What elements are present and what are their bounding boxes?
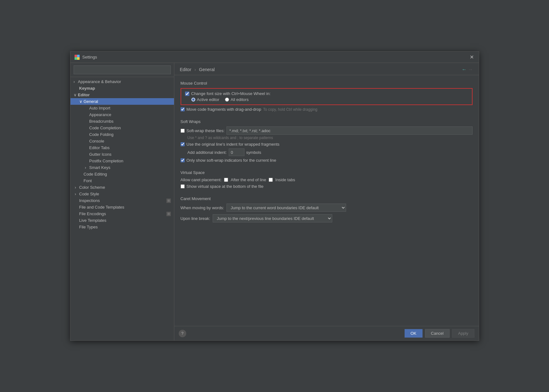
help-icon-label: ? <box>181 331 183 336</box>
sidebar-item-keymap[interactable]: Keymap <box>70 85 174 92</box>
arrow-icon <box>75 205 79 210</box>
arrow-icon <box>75 198 79 203</box>
sidebar-item-label: Postfix Completion <box>89 159 171 163</box>
add-indent-input[interactable] <box>229 148 244 156</box>
sidebar-item-color-scheme[interactable]: › Color Scheme <box>70 184 174 191</box>
sidebar-item-font[interactable]: Font <box>70 177 174 184</box>
cancel-button[interactable]: Cancel <box>425 329 450 338</box>
inside-tabs-label: Inside tabs <box>275 177 295 182</box>
arrow-icon <box>85 119 89 124</box>
arrow-icon <box>75 86 79 91</box>
moving-words-select[interactable]: Jump to the current word boundaries IDE … <box>227 204 346 212</box>
sidebar-item-label: Live Templates <box>79 218 171 223</box>
sidebar-item-gutter-icons[interactable]: Gutter Icons <box>70 151 174 158</box>
sidebar-item-label: Color Scheme <box>79 185 171 190</box>
sidebar-item-editor[interactable]: ∨ Editor <box>70 92 174 98</box>
drag-drop-row: Move code fragments with drag-and-drop T… <box>181 107 473 112</box>
virtual-space-title: Virtual Space <box>181 170 473 175</box>
sidebar-item-appearance-behavior[interactable]: › Appearance & Behavior <box>70 78 174 85</box>
only-show-checkbox[interactable] <box>181 158 185 162</box>
radio-all-input[interactable] <box>225 98 229 102</box>
use-original-indent-row: Use the original line's indent for wrapp… <box>181 142 473 147</box>
sidebar-item-label: General <box>84 99 171 104</box>
close-button[interactable]: ✕ <box>469 54 475 60</box>
drag-drop-checkbox[interactable] <box>181 107 185 111</box>
breadcrumb-parent: Editor <box>180 67 192 72</box>
sidebar-item-label: Appearance & Behavior <box>78 79 171 84</box>
sidebar-item-editor-tabs[interactable]: Editor Tabs <box>70 144 174 151</box>
settings-dialog: Settings ✕ › Appearance & Behavior Keyma… <box>70 51 479 341</box>
sidebar-item-file-code-templates[interactable]: File and Code Templates <box>70 204 174 210</box>
soft-wrap-files-checkbox[interactable] <box>181 129 185 133</box>
forward-button[interactable]: → <box>468 67 473 72</box>
soft-wrap-files-input[interactable] <box>227 126 473 135</box>
radio-active-input[interactable] <box>191 98 195 102</box>
back-button[interactable]: ← <box>462 67 467 72</box>
sidebar-item-console[interactable]: Console <box>70 138 174 144</box>
sidebar-item-label: Inspections <box>79 198 165 203</box>
sidebar-item-smart-keys[interactable]: › Smart Keys <box>70 164 174 171</box>
arrow-icon: › <box>75 192 79 196</box>
sidebar-item-label: Editor <box>78 92 171 97</box>
settings-body: Mouse Control Change font size with Ctrl… <box>174 75 479 326</box>
show-virtual-checkbox[interactable] <box>181 184 185 188</box>
arrow-icon <box>85 126 89 130</box>
arrow-icon <box>85 106 89 110</box>
sidebar-item-label: File Encodings <box>79 211 165 216</box>
sidebar-item-live-templates[interactable]: Live Templates <box>70 217 174 224</box>
ok-button[interactable]: OK <box>405 329 423 338</box>
svg-rect-1 <box>77 55 80 57</box>
sidebar-item-code-editing[interactable]: Code Editing <box>70 171 174 177</box>
show-virtual-row: Show virtual space at the bottom of the … <box>181 184 473 189</box>
soft-wrap-files-label: Soft-wrap these files: <box>187 128 225 133</box>
breadcrumb-current: General <box>199 67 215 72</box>
use-original-indent-label: Use the original line's indent for wrapp… <box>187 142 280 147</box>
nav-arrows: ← → <box>462 67 473 72</box>
right-panel: Editor › General ← → Mouse Control Chang… <box>174 63 479 340</box>
sidebar-item-file-encodings[interactable]: File Encodings ⊞ <box>70 210 174 217</box>
font-size-highlight-box: Change font size with Ctrl+Mouse Wheel i… <box>181 88 473 105</box>
soft-wrap-files-row: Soft-wrap these files: <box>181 126 473 135</box>
file-encodings-badge: ⊞ <box>166 212 171 216</box>
sidebar-item-label: Code Completion <box>89 126 171 130</box>
arrow-icon <box>85 152 89 157</box>
arrow-icon: › <box>85 165 89 170</box>
radio-all-editors: All editors <box>225 97 249 102</box>
sidebar-item-inspections[interactable]: Inspections ⊞ <box>70 197 174 204</box>
arrow-icon <box>75 218 79 223</box>
breadcrumb: Editor › General <box>180 67 215 72</box>
apply-button[interactable]: Apply <box>452 329 474 338</box>
breadcrumb-separator: › <box>194 67 196 72</box>
right-header: Editor › General ← → <box>174 63 479 75</box>
sidebar-item-file-types[interactable]: File Types <box>70 224 174 230</box>
add-indent-label: Add additional indent: <box>188 150 227 155</box>
sidebar-item-code-folding[interactable]: Code Folding <box>70 131 174 138</box>
after-end-checkbox[interactable] <box>224 178 228 182</box>
svg-rect-2 <box>75 57 77 60</box>
title-bar: Settings ✕ <box>70 52 479 63</box>
sidebar-item-postfix-completion[interactable]: Postfix Completion <box>70 158 174 164</box>
line-break-select[interactable]: Jump to the next/previous line boundarie… <box>213 214 332 222</box>
sidebar-item-code-completion[interactable]: Code Completion <box>70 125 174 131</box>
app-icon <box>74 54 80 60</box>
font-size-checkbox[interactable] <box>185 92 189 96</box>
sidebar-item-auto-import[interactable]: Auto Import <box>70 105 174 111</box>
window-title: Settings <box>82 55 97 59</box>
sidebar-item-code-style[interactable]: › Code Style <box>70 191 174 197</box>
sidebar-item-breadcrumbs[interactable]: Breadcrumbs <box>70 118 174 125</box>
inside-tabs-checkbox[interactable] <box>269 178 273 182</box>
add-indent-suffix: symbols <box>246 150 261 155</box>
sidebar-item-label: Code Style <box>79 192 171 196</box>
soft-wraps-title: Soft Wraps <box>181 119 473 124</box>
svg-rect-3 <box>77 57 80 60</box>
sidebar-item-label: Console <box>89 139 171 143</box>
use-original-indent-checkbox[interactable] <box>181 142 185 146</box>
soft-wrap-hint: Use * and ? as wildcards and ; to separa… <box>188 136 473 140</box>
help-button[interactable]: ? <box>179 330 186 337</box>
sidebar-item-general[interactable]: ∨ General <box>70 98 174 105</box>
search-input[interactable] <box>74 65 171 74</box>
arrow-icon <box>79 172 84 176</box>
sidebar-item-label: Gutter Icons <box>89 152 171 157</box>
arrow-icon: › <box>74 79 78 84</box>
sidebar-item-appearance[interactable]: Appearance <box>70 111 174 118</box>
